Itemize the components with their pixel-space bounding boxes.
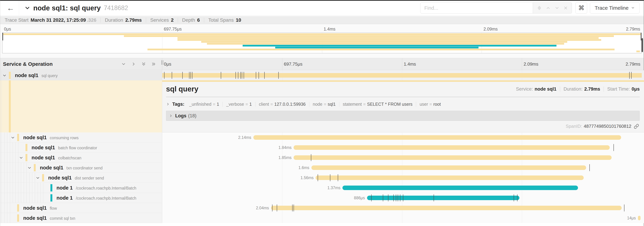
chevron-down-icon[interactable] — [10, 135, 15, 141]
span-tree-item[interactable]: node sql1batch flow coordinator — [0, 142, 162, 153]
span-tree-item[interactable]: node sql1flow — [0, 203, 162, 213]
span-timeline-cell[interactable]: 2.04ms — [162, 203, 642, 213]
span-timeline-cell[interactable] — [162, 70, 642, 80]
span-tree-item[interactable]: node sql1commit sql txn — [0, 213, 162, 223]
span-tree-item[interactable]: node 1/cockroach.roachpb.Internal/Batch — [0, 183, 162, 193]
log-marker[interactable] — [394, 194, 394, 201]
log-marker[interactable] — [629, 72, 630, 79]
log-marker[interactable] — [256, 72, 256, 79]
span-timeline-cell[interactable]: 886μs — [162, 193, 642, 203]
log-marker[interactable] — [164, 72, 164, 79]
span-row[interactable]: node 1/cockroach.roachpb.Internal/Batch1… — [0, 183, 644, 193]
log-marker[interactable] — [240, 72, 241, 79]
log-marker[interactable] — [182, 72, 183, 79]
log-marker[interactable] — [398, 194, 398, 201]
chevron-down-icon[interactable] — [27, 166, 32, 171]
span-row[interactable]: node 1/cockroach.roachpb.Internal/Batch8… — [0, 193, 644, 203]
span-row[interactable]: node sql1batch flow coordinator1.84ms — [0, 142, 644, 153]
span-bar[interactable] — [342, 185, 578, 190]
find-input[interactable] — [420, 3, 533, 14]
back-button[interactable]: ← — [4, 1, 17, 16]
span-bar[interactable] — [162, 73, 642, 78]
span-timeline-cell[interactable]: 14μs — [162, 213, 642, 223]
find-clear-icon[interactable] — [564, 6, 568, 10]
span-bar[interactable] — [638, 216, 640, 220]
span-tree-item[interactable]: node 1/cockroach.roachpb.Internal/Batch — [0, 193, 162, 203]
collapse-trace-header-icon[interactable] — [24, 5, 30, 11]
span-tree-item[interactable]: node sql1colbatchscan — [0, 153, 162, 163]
log-marker[interactable] — [371, 194, 372, 201]
span-bar[interactable] — [294, 155, 612, 160]
log-marker[interactable] — [318, 174, 318, 181]
log-marker[interactable] — [624, 204, 624, 211]
span-bar[interactable] — [367, 196, 520, 200]
span-bar[interactable] — [312, 165, 586, 170]
minimap-canvas[interactable] — [2, 33, 642, 53]
log-marker[interactable] — [383, 194, 383, 201]
log-marker[interactable] — [590, 164, 590, 171]
log-marker[interactable] — [277, 204, 277, 211]
log-marker[interactable] — [514, 194, 514, 201]
log-marker[interactable] — [278, 72, 279, 79]
span-timeline-cell[interactable]: 2.14ms — [162, 132, 642, 142]
span-bar[interactable] — [253, 135, 621, 140]
span-row[interactable]: node sql1consuming rows2.14ms — [0, 132, 644, 142]
log-marker[interactable] — [614, 144, 614, 151]
tags-row[interactable]: Tags: _unfinished=1_verbose=1client=127.… — [166, 100, 640, 108]
log-marker[interactable] — [238, 72, 238, 79]
chevron-down-icon[interactable] — [19, 155, 24, 161]
log-marker[interactable] — [330, 174, 330, 181]
expand-one-icon[interactable] — [131, 62, 136, 67]
link-icon[interactable] — [634, 124, 639, 129]
log-marker[interactable] — [400, 194, 400, 201]
view-selector-button[interactable]: Trace Timeline — [590, 3, 640, 14]
log-marker[interactable] — [388, 194, 388, 201]
log-marker[interactable] — [338, 174, 338, 181]
column-resizer-handle[interactable] — [161, 60, 163, 65]
span-row[interactable]: node sql1flow2.04ms — [0, 203, 644, 213]
span-bar[interactable] — [294, 145, 610, 150]
find-next-icon[interactable] — [554, 6, 560, 11]
log-marker[interactable] — [272, 204, 272, 211]
log-marker[interactable] — [221, 72, 221, 79]
log-marker[interactable] — [264, 72, 265, 79]
span-bar[interactable] — [316, 175, 584, 180]
span-tree-item[interactable]: node sql1txn coordinator send — [0, 163, 162, 173]
log-marker[interactable] — [172, 72, 172, 79]
find-prev-icon[interactable] — [546, 6, 550, 11]
locate-icon[interactable] — [537, 6, 542, 11]
collapse-all-icon[interactable] — [141, 62, 146, 67]
log-marker[interactable] — [403, 194, 403, 201]
log-marker[interactable] — [244, 72, 244, 79]
log-marker[interactable] — [189, 72, 190, 79]
span-row[interactable]: node sql1sql query — [0, 70, 644, 80]
log-marker[interactable] — [311, 154, 311, 161]
vertical-scrollbar-thumb[interactable] — [642, 38, 643, 52]
logs-row[interactable]: Logs (18) — [166, 111, 640, 121]
log-marker[interactable] — [258, 72, 259, 79]
viewport-left-handle[interactable] — [2, 33, 3, 41]
log-marker[interactable] — [242, 72, 242, 79]
chevron-down-icon[interactable] — [36, 176, 40, 181]
span-timeline-cell[interactable]: 1.37ms — [162, 183, 642, 193]
log-marker[interactable] — [396, 194, 396, 201]
span-bar[interactable] — [271, 206, 622, 210]
log-marker[interactable] — [192, 72, 192, 79]
span-timeline-cell[interactable]: 1.56ms — [162, 173, 642, 183]
chevron-down-icon[interactable] — [2, 73, 7, 78]
log-marker[interactable] — [236, 72, 236, 79]
span-row[interactable]: node sql1colbatchscan1.85ms — [0, 153, 644, 163]
log-marker[interactable] — [292, 204, 292, 211]
span-tree-item[interactable]: node sql1consuming rows — [0, 132, 162, 142]
span-row[interactable]: node sql1commit sql txn14μs — [0, 213, 644, 223]
expand-all-icon[interactable] — [151, 62, 156, 67]
span-timeline-cell[interactable]: 1.85ms — [162, 153, 642, 163]
span-row[interactable]: node sql1dist sender send1.56ms — [0, 173, 644, 183]
log-marker[interactable] — [294, 204, 294, 211]
log-marker[interactable] — [190, 72, 191, 79]
span-tree-item[interactable]: node sql1dist sender send — [0, 173, 162, 183]
keyboard-shortcuts-button[interactable]: ⌘ — [575, 3, 587, 14]
span-timeline-cell[interactable]: 1.6ms — [162, 163, 642, 173]
span-tree-item[interactable]: node sql1sql query — [0, 70, 162, 80]
log-marker[interactable] — [434, 194, 434, 201]
